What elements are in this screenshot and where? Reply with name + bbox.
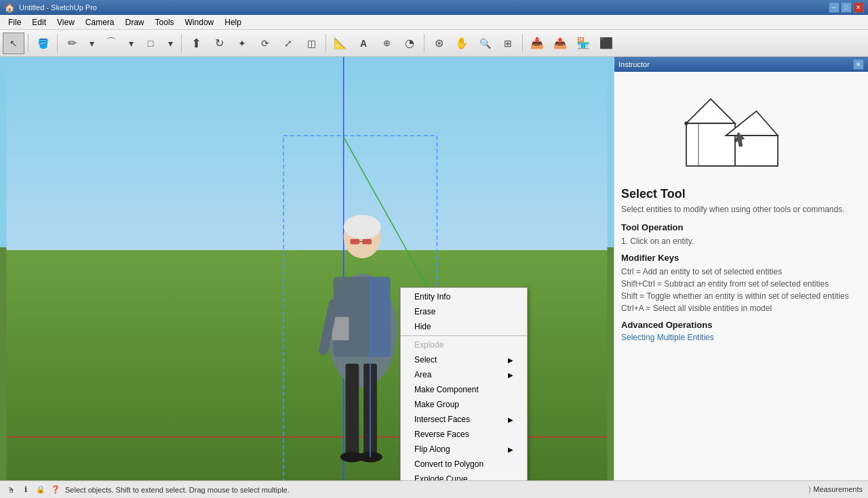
menu-item-window[interactable]: Window — [180, 16, 220, 28]
share-model-button[interactable]: 📤 — [549, 33, 571, 54]
select-arrow-icon: ▶ — [508, 356, 513, 364]
toolbar-separator-5 — [424, 34, 425, 53]
statusbar-left: 🖱 ℹ 🔒 ❓ Select objects. Shift to extend … — [5, 484, 290, 495]
paint-bucket-button[interactable]: 🪣 — [32, 33, 54, 54]
menu-item-tools[interactable]: Tools — [150, 16, 180, 28]
status-icon-1: 🖱 — [5, 484, 16, 495]
select-label: Select — [414, 355, 437, 365]
context-menu-select[interactable]: Select ▶ — [401, 352, 527, 367]
menu-item-help[interactable]: Help — [219, 16, 247, 28]
follow-me-button[interactable]: ↻ — [208, 33, 230, 54]
dimension-button[interactable]: ⊕ — [376, 33, 397, 54]
make-group-label: Make Group — [414, 400, 459, 409]
titlebar: 🏠 Untitled - SketchUp Pro ─ □ ✕ — [0, 0, 868, 15]
pencil-button[interactable]: ✏ — [61, 33, 83, 54]
statusbar-right: ⟩ Measurements — [808, 485, 863, 494]
toolbar: ↖ 🪣 ✏ ▾ ⌒ ▾ □ ▾ ⬆ ↻ ✦ ⟳ ⤢ ◫ 📐 A ⊕ ◔ ⊛ ✋ … — [0, 30, 868, 57]
close-button[interactable]: ✕ — [853, 2, 864, 13]
statusbar-text: Select objects. Shift to extend select. … — [65, 486, 290, 494]
get-models-button[interactable]: 📥 — [526, 33, 548, 54]
menubar: FileEditViewCameraDrawToolsWindowHelp — [0, 15, 868, 30]
explode-label: Explode — [414, 340, 443, 350]
context-menu-make-component[interactable]: Make Component — [401, 382, 527, 397]
instructor-modifier-text: Ctrl = Add an entity to set of selected … — [621, 266, 861, 314]
toolbar-separator-2 — [57, 34, 58, 53]
instructor-content: Select Tool Select entities to modify wh… — [614, 72, 868, 349]
reverse-faces-label: Reverse Faces — [414, 430, 469, 439]
main-area: Entity Info Erase Hide Explode Select ▶ … — [0, 57, 868, 480]
toolbar-separator-6 — [522, 34, 523, 53]
context-menu-convert-polygon[interactable]: Convert to Polygon — [401, 457, 527, 472]
scale-button[interactable]: ⤢ — [277, 33, 299, 54]
statusbar: 🖱 ℹ 🔒 ❓ Select objects. Shift to extend … — [0, 480, 868, 498]
erase-label: Erase — [414, 307, 435, 316]
flip-along-arrow-icon: ▶ — [508, 446, 513, 453]
move-button[interactable]: ✦ — [231, 33, 253, 54]
toolbar-separator-1 — [28, 34, 28, 53]
area-arrow-icon: ▶ — [508, 371, 513, 379]
instructor-close-button[interactable]: ✕ — [853, 59, 864, 70]
rotate-button[interactable]: ⟳ — [254, 33, 276, 54]
status-icon-2: ℹ — [20, 484, 31, 495]
entity-info-label: Entity Info — [414, 292, 450, 302]
context-menu-area[interactable]: Area ▶ — [401, 367, 527, 382]
tape-measure-button[interactable]: 📐 — [330, 33, 351, 54]
context-menu-make-group[interactable]: Make Group — [401, 397, 527, 412]
context-menu-erase[interactable]: Erase — [401, 304, 527, 319]
offset-button[interactable]: ◫ — [300, 33, 322, 54]
instructor-advanced-link[interactable]: Selecting Multiple Entities — [621, 333, 714, 342]
context-menu-entity-info[interactable]: Entity Info — [401, 289, 527, 304]
zoom-extents-button[interactable]: ⊞ — [497, 33, 519, 54]
shapes-dropdown-button[interactable]: ▾ — [163, 33, 178, 54]
instructor-title-label: Instructor — [618, 60, 650, 68]
toolbar-separator-3 — [181, 34, 182, 53]
push-pull-button[interactable]: ⬆ — [185, 33, 207, 54]
context-menu-reverse-faces[interactable]: Reverse Faces — [401, 427, 527, 442]
intersect-faces-arrow-icon: ▶ — [508, 416, 513, 423]
instructor-titlebar: Instructor ✕ — [614, 57, 868, 72]
warehouse-button[interactable]: 🏪 — [572, 33, 594, 54]
protractor-button[interactable]: ◔ — [399, 33, 420, 54]
orbit-button[interactable]: ⊛ — [428, 33, 450, 54]
menu-item-camera[interactable]: Camera — [80, 16, 120, 28]
context-menu-hide[interactable]: Hide — [401, 319, 527, 334]
instructor-operation-text: 1. Click on an entity. — [621, 235, 861, 247]
measurements-value: Measurements — [813, 485, 863, 493]
explode-curve-label: Explode Curve — [414, 474, 468, 480]
app-icon: 🏠 — [4, 3, 15, 13]
svg-point-27 — [684, 121, 688, 125]
menu-item-file[interactable]: File — [3, 16, 26, 28]
app-title: Untitled - SketchUp Pro — [19, 3, 97, 12]
flip-along-label: Flip Along — [414, 444, 450, 454]
instructor-tool-title: Select Tool — [621, 187, 861, 201]
hide-label: Hide — [414, 322, 431, 331]
menu-item-view[interactable]: View — [52, 16, 80, 28]
pan-button[interactable]: ✋ — [451, 33, 473, 54]
minimize-button[interactable]: ─ — [829, 2, 840, 13]
context-menu-explode-curve[interactable]: Explode Curve — [401, 472, 527, 480]
context-menu-intersect-faces[interactable]: Intersect Faces ▶ — [401, 412, 527, 427]
pencil-dropdown-button[interactable]: ▾ — [84, 33, 99, 54]
select-tool-button[interactable]: ↖ — [3, 33, 24, 54]
arc-dropdown-button[interactable]: ▾ — [123, 33, 138, 54]
context-menu-separator-1 — [401, 335, 527, 336]
instructor-advanced-title: Advanced Operations — [621, 320, 861, 330]
convert-polygon-label: Convert to Polygon — [414, 459, 484, 469]
titlebar-controls: ─ □ ✕ — [829, 2, 864, 13]
extension-button[interactable]: ⬛ — [595, 33, 617, 54]
viewport[interactable]: Entity Info Erase Hide Explode Select ▶ … — [0, 57, 614, 480]
text-button[interactable]: A — [353, 33, 374, 54]
shapes-button[interactable]: □ — [140, 33, 161, 54]
arc-button[interactable]: ⌒ — [100, 33, 122, 54]
menu-item-draw[interactable]: Draw — [120, 16, 150, 28]
make-component-label: Make Component — [414, 385, 479, 394]
menu-item-edit[interactable]: Edit — [26, 16, 52, 28]
zoom-button[interactable]: 🔍 — [474, 33, 496, 54]
svg-rect-21 — [686, 123, 735, 166]
instructor-wrapper: Select Tool Select entities to modify wh… — [614, 72, 868, 480]
titlebar-left: 🏠 Untitled - SketchUp Pro — [4, 3, 97, 13]
instructor-operation-title: Tool Operation — [621, 222, 861, 232]
maximize-button[interactable]: □ — [841, 2, 852, 13]
instructor-modifier-title: Modifier Keys — [621, 253, 861, 263]
context-menu-flip-along[interactable]: Flip Along ▶ — [401, 442, 527, 457]
